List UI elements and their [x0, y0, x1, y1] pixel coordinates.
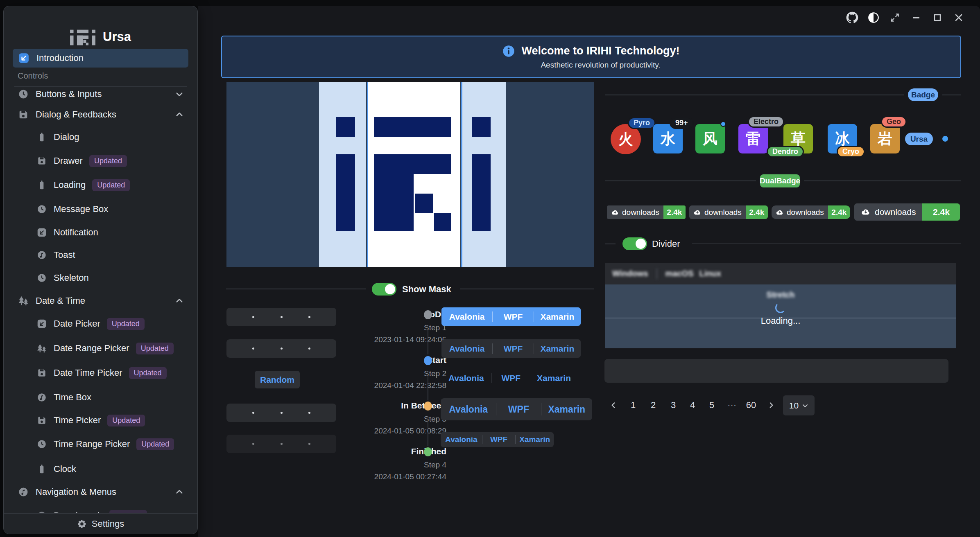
welcome-banner: Welcome to IRIHI Technology! Aesthetic r…	[221, 36, 961, 78]
platform-wpf-button[interactable]: WPF	[493, 312, 533, 322]
sidebar-group-date-time[interactable]: Date & Time	[13, 291, 188, 310]
sidebar-item-date-time-picker[interactable]: Date Time Picker Updated	[13, 363, 188, 382]
divider-line	[605, 244, 616, 244]
clock-icon	[18, 88, 29, 100]
sidebar-item-dialog[interactable]: Dialog	[13, 128, 188, 147]
music-note-icon	[18, 486, 29, 498]
date-input[interactable]	[226, 308, 336, 326]
chevron-left-icon	[610, 402, 617, 409]
sidebar-item-label: Introduction	[36, 53, 84, 63]
sidebar-item-toast[interactable]: Toast	[13, 246, 188, 264]
fullscreen-button[interactable]	[884, 10, 905, 25]
date-input-disabled[interactable]	[226, 435, 336, 453]
pagination-page-3[interactable]: 3	[664, 395, 682, 415]
tab-macos[interactable]: macOS	[665, 269, 694, 278]
date-input[interactable]	[226, 404, 336, 422]
hero-image	[226, 82, 594, 267]
loading-card: Windows macOS Linux Stretch Loading...	[605, 263, 956, 348]
logo-pixel	[415, 194, 433, 213]
pagination-prev-button[interactable]	[604, 395, 622, 415]
page-size-select[interactable]: 10	[783, 395, 815, 415]
mask-edge-right[interactable]	[461, 82, 462, 267]
sidebar-item-drawer[interactable]: Drawer Updated	[13, 151, 188, 170]
sidebar-group-navigation-menus[interactable]: Navigation & Menus	[13, 483, 188, 501]
platform-xamarin-button[interactable]: Xamarin	[541, 404, 592, 415]
tab-windows[interactable]: Windows	[612, 269, 648, 278]
sidebar-item-date-picker[interactable]: Date Picker Updated	[13, 314, 188, 333]
show-mask-toggle[interactable]	[372, 283, 396, 296]
platform-xamarin-button[interactable]: Xamarin	[534, 312, 581, 322]
pagination-ellipsis[interactable]: ⋯	[723, 395, 741, 415]
random-button[interactable]: Random	[255, 371, 300, 388]
titlebar[interactable]	[198, 6, 980, 29]
platform-avalonia-button[interactable]: Avalonia	[441, 344, 492, 354]
pagination-page-2[interactable]: 2	[644, 395, 662, 415]
minimize-button[interactable]	[905, 10, 927, 25]
pagination-page-1[interactable]: 1	[624, 395, 642, 415]
platform-wpf-button[interactable]: WPF	[482, 435, 516, 444]
stretch-label: Stretch	[605, 290, 956, 300]
platform-xamarin-button[interactable]: Xamarin	[531, 373, 577, 383]
text-input[interactable]	[604, 359, 948, 383]
desktop: Welcome to IRIHI Technology! Aesthetic r…	[0, 0, 980, 537]
tab-linux[interactable]: Linux	[699, 269, 721, 278]
updated-badge: Updated	[107, 415, 145, 426]
sidebar-item-date-range-picker[interactable]: Date Range Picker Updated	[13, 339, 188, 358]
sidebar-item-clock[interactable]: Clock	[13, 460, 188, 478]
mask-edge-left[interactable]	[367, 82, 368, 267]
divider-toggle[interactable]	[622, 237, 647, 250]
pagination-page-5[interactable]: 5	[703, 395, 721, 415]
platform-avalonia-button[interactable]: Avalonia	[441, 312, 492, 322]
platform-avalonia-button[interactable]: Avalonia	[441, 373, 491, 383]
logo-pixel	[336, 154, 355, 231]
sidebar-item-time-box[interactable]: Time Box	[13, 388, 188, 407]
platform-wpf-button[interactable]: WPF	[493, 344, 533, 354]
show-mask-label: Show Mask	[402, 284, 451, 295]
close-button[interactable]	[948, 10, 969, 25]
sidebar-item-label: Skeleton	[54, 273, 89, 283]
theme-toggle-button[interactable]	[863, 10, 884, 25]
maximize-icon	[932, 13, 942, 23]
badge-pyro: Pyro	[628, 117, 656, 129]
sidebar-item-label: Clock	[54, 464, 76, 474]
toggle-knob	[385, 284, 395, 294]
platform-xamarin-button[interactable]: Xamarin	[516, 435, 554, 444]
sidebar-item-loading[interactable]: Loading Updated	[13, 176, 188, 194]
sidebar: Ursa Introduction Controls Buttons & Inp…	[3, 6, 198, 534]
theme-icon	[868, 12, 879, 23]
sidebar-item-label: Navigation & Menus	[36, 487, 116, 497]
sidebar-group-dialog-feedbacks[interactable]: Dialog & Feedbacks	[13, 105, 188, 124]
platform-xamarin-button[interactable]: Xamarin	[534, 344, 581, 354]
sidebar-item-label: Date & Time	[36, 296, 85, 306]
pagination-page-last[interactable]: 60	[742, 395, 760, 415]
sidebar-item-message-box[interactable]: Message Box	[13, 200, 188, 219]
settings-button[interactable]: Settings	[4, 513, 197, 534]
sidebar-item-notification[interactable]: Notification	[13, 223, 188, 242]
sidebar-item-introduction[interactable]: Introduction	[13, 49, 188, 68]
sidebar-item-label: Time Box	[54, 392, 91, 403]
platform-avalonia-button[interactable]: Avalonia	[441, 435, 482, 444]
maximize-button[interactable]	[927, 10, 948, 25]
chevron-down-icon	[175, 90, 183, 98]
date-input[interactable]	[226, 339, 336, 358]
platform-wpf-button[interactable]: WPF	[491, 373, 531, 383]
platform-wpf-button[interactable]: WPF	[496, 404, 541, 415]
sidebar-item-time-picker[interactable]: Time Picker Updated	[13, 411, 188, 430]
shield-count: 2.4k	[828, 205, 850, 219]
divider-line	[942, 95, 961, 95]
sidebar-group-buttons-inputs[interactable]: Buttons & Inputs	[13, 85, 188, 104]
platform-avalonia-button[interactable]: Avalonia	[441, 404, 496, 415]
chevron-right-icon	[767, 402, 775, 409]
logo-pixel	[374, 154, 414, 231]
logo-pixel	[336, 117, 355, 137]
pagination-next-button[interactable]	[762, 395, 780, 415]
sidebar-item-time-range-picker[interactable]: Time Range Picker Updated	[13, 435, 188, 454]
chevron-up-icon	[175, 297, 183, 305]
clock-icon	[36, 439, 47, 449]
github-button[interactable]	[842, 10, 863, 25]
clock-icon	[36, 273, 47, 283]
loading-message: Loading...	[605, 316, 956, 326]
pagination-page-4[interactable]: 4	[684, 395, 702, 415]
sidebar-item-skeleton[interactable]: Skeleton	[13, 268, 188, 287]
updated-badge: Updated	[136, 438, 174, 450]
